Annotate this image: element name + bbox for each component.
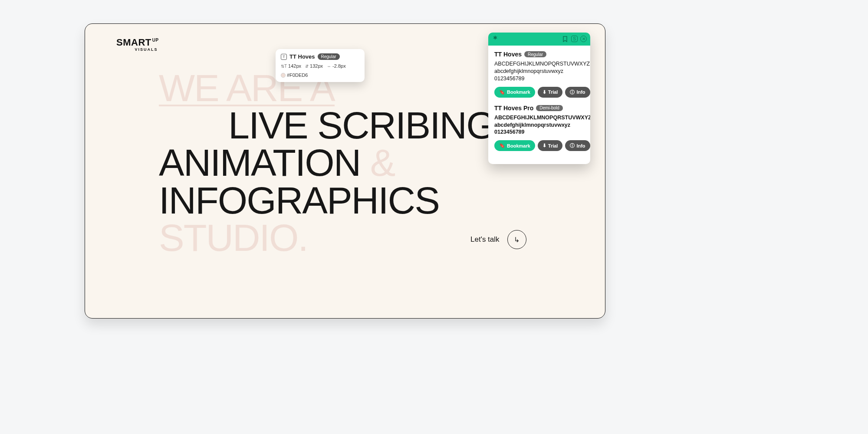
hero-line-3b: & [370, 141, 395, 184]
bookmark-btn-icon: 🔖 [499, 89, 505, 95]
extension-logo-icon [492, 35, 499, 43]
brand-logo[interactable]: SMARTUP VISUALS [116, 37, 158, 52]
font-result-weight-badge: Demi-bold [536, 105, 563, 111]
bookmark-button[interactable]: 🔖Bookmark [494, 87, 535, 98]
download-icon: ⬇ [542, 143, 546, 148]
tooltip-color-hex: #F0DED6 [287, 72, 308, 78]
font-inspector-tooltip: T TT Hoves Regular ⇅T142px ⇵132px ↔-2.8p… [276, 49, 365, 82]
trial-button[interactable]: ⬇Trial [538, 140, 563, 151]
font-file-icon: T [281, 54, 287, 60]
trial-button[interactable]: ⬇Trial [538, 87, 563, 98]
info-button[interactable]: ⓘInfo [565, 140, 590, 151]
letter-spacing-icon: ↔ [327, 64, 331, 69]
hero-line-5: STUDIO. [159, 219, 605, 256]
download-icon: ⬇ [542, 89, 546, 95]
bookmark-button[interactable]: 🔖Bookmark [494, 140, 535, 151]
tooltip-weight-badge: Regular [318, 53, 340, 60]
font-result-1: TT Hoves Pro Demi-bold ABCDEFGHIJKLMNOPQ… [494, 105, 584, 151]
font-result-weight-badge: Regular [524, 51, 546, 57]
bookmark-btn-icon: 🔖 [499, 143, 505, 148]
logo-sup-text: UP [152, 38, 159, 43]
font-identifier-panel: S ✕ TT Hoves Regular ABCDEFGHIJKLMNOPQRS… [488, 33, 590, 164]
info-icon: ⓘ [570, 89, 575, 95]
font-sample: ABCDEFGHIJKLMNOPQRSTUVWXYZ abcdefghijklm… [494, 60, 584, 82]
line-height-icon: ⇵ [305, 64, 309, 69]
lets-talk-label: Let's talk [470, 235, 500, 244]
tooltip-font-size: 142px [288, 63, 301, 69]
panel-header[interactable]: S ✕ [488, 33, 590, 46]
info-button[interactable]: ⓘInfo [565, 87, 590, 98]
tooltip-letter-spacing: -2.8px [332, 63, 346, 69]
logo-main-text: SMART [116, 37, 151, 48]
tooltip-line-height: 132px [310, 63, 323, 69]
hero-line-4: INFOGRAPHICS [159, 182, 605, 219]
panel-body: TT Hoves Regular ABCDEFGHIJKLMNOPQRSTUVW… [488, 46, 590, 164]
settings-icon[interactable]: S [571, 36, 578, 42]
font-size-icon: ⇅T [281, 64, 287, 69]
bookmark-icon[interactable] [562, 36, 569, 43]
hero-line-3a: ANIMATION [159, 141, 370, 184]
font-result-0: TT Hoves Regular ABCDEFGHIJKLMNOPQRSTUVW… [494, 51, 584, 98]
tooltip-font-name: TT Hoves [289, 53, 315, 60]
color-swatch-icon [281, 73, 286, 78]
lets-talk-cta[interactable]: Let's talk ↳ [470, 230, 526, 249]
info-icon: ⓘ [570, 142, 575, 149]
font-result-name: TT Hoves [494, 51, 522, 58]
close-icon[interactable]: ✕ [580, 36, 587, 42]
lets-talk-arrow-icon: ↳ [507, 230, 526, 249]
font-result-name: TT Hoves Pro [494, 105, 533, 112]
font-sample: ABCDEFGHIJKLMNOPQRSTUVWXYZ abcdefghijklm… [494, 114, 584, 136]
